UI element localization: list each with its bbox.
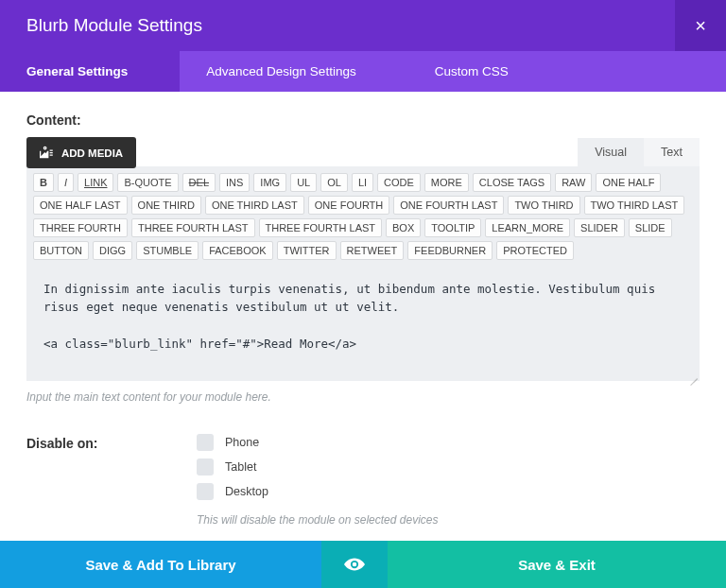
toolbar-button-code[interactable]: CODE [377,173,421,192]
add-media-label: ADD MEDIA [61,147,123,159]
disable-on-label: Disable on: [26,434,197,527]
close-button[interactable]: × [675,0,726,51]
toolbar-button-three-fourth[interactable]: THREE FOURTH [33,218,128,237]
tab-custom-css[interactable]: Custom CSS [408,51,561,92]
toolbar-button-link[interactable]: LINK [78,173,113,192]
editor-text-line: In dignissim ante iaculis turpis venenat… [43,280,683,317]
toolbar-button-slider[interactable]: SLIDER [574,218,625,237]
toolbar-button-b-quote[interactable]: B-QUOTE [117,173,178,192]
disable-option-tablet: Tablet [197,458,438,476]
modal-title: Blurb Module Settings [0,15,675,36]
resize-handle[interactable] [688,370,698,379]
content-label: Content: [26,112,700,128]
modal-body: Content: ADD MEDIA Visual Text BILINKB-Q… [0,92,726,534]
toolbar-button-protected[interactable]: PROTECTED [496,241,574,260]
toolbar-button-i[interactable]: I [58,173,74,192]
toolbar-button-more[interactable]: MORE [424,173,469,192]
toolbar-button-retweet[interactable]: RETWEET [340,241,405,260]
toolbar-button-li[interactable]: LI [352,173,373,192]
tab-general-settings[interactable]: General Settings [0,51,180,92]
toolbar-button-del[interactable]: DEL [182,173,216,192]
toolbar-button-one-fourth-last[interactable]: ONE FOURTH LAST [393,196,504,215]
save-and-exit-button[interactable]: Save & Exit [388,541,726,588]
disable-option-desktop: Desktop [197,483,438,500]
view-tab-text[interactable]: Text [644,138,700,166]
add-media-button[interactable]: ADD MEDIA [26,137,136,168]
toolbar-button-one-third-last[interactable]: ONE THIRD LAST [205,196,304,215]
modal-footer: Save & Add To Library Save & Exit [0,541,726,588]
modal-header: Blurb Module Settings × [0,0,726,51]
toolbar-button-feedburner[interactable]: FEEDBURNER [407,241,493,260]
toolbar-button-learn-more[interactable]: LEARN_MORE [485,218,570,237]
disable-option-phone: Phone [197,434,438,451]
checkbox-label: Desktop [225,485,268,498]
toolbar-button-facebook[interactable]: FACEBOOK [202,241,273,260]
toolbar-button-box[interactable]: BOX [386,218,421,237]
checkbox-phone[interactable] [197,434,214,451]
close-icon: × [695,15,706,37]
disable-on-hint: This will disable the module on selected… [197,513,438,527]
toolbar-button-two-third[interactable]: TWO THIRD [508,196,579,215]
content-textarea[interactable]: In dignissim ante iaculis turpis venenat… [26,263,700,381]
preview-button[interactable] [321,541,388,588]
toolbar-button-twitter[interactable]: TWITTER [277,241,337,260]
settings-tabs: General Settings Advanced Design Setting… [0,51,726,92]
toolbar-button-tooltip[interactable]: TOOLTIP [424,218,481,237]
eye-icon [344,554,365,575]
toolbar-button-b[interactable]: B [33,173,54,192]
checkbox-tablet[interactable] [197,458,214,476]
toolbar-button-one-half-last[interactable]: ONE HALF LAST [33,196,128,215]
content-hint: Input the main text content for your mod… [26,390,700,404]
toolbar-button-button[interactable]: BUTTON [33,241,89,260]
toolbar-button-slide[interactable]: SLIDE [629,218,672,237]
add-media-icon [40,146,54,160]
checkbox-label: Tablet [225,460,256,474]
toolbar-button-one-third[interactable]: ONE THIRD [131,196,201,215]
checkbox-label: Phone [225,436,259,449]
toolbar-button-two-third-last[interactable]: TWO THIRD LAST [584,196,685,215]
toolbar-button-one-fourth[interactable]: ONE FOURTH [308,196,390,215]
toolbar-button-three-fourth-last[interactable]: THREE FOURTH LAST [259,218,383,237]
toolbar-button-three-fourth-last[interactable]: THREE FOURTH LAST [131,218,255,237]
toolbar-button-raw[interactable]: RAW [555,173,592,192]
toolbar-button-ul[interactable]: UL [290,173,317,192]
disable-on-block: Disable on: Phone Tablet Desktop This wi… [26,434,700,527]
editor-text-line: <a class="blurb_link" href="#">Read More… [43,335,683,353]
toolbar-button-one-half[interactable]: ONE HALF [596,173,661,192]
toolbar-button-ins[interactable]: INS [219,173,250,192]
toolbar-button-ol[interactable]: OL [320,173,348,192]
editor-toolbar: BILINKB-QUOTEDELINSIMGULOLLICODEMORECLOS… [26,166,700,263]
tab-advanced-design-settings[interactable]: Advanced Design Settings [180,51,407,92]
view-tab-visual[interactable]: Visual [578,138,644,166]
editor-wrap: Visual Text BILINKB-QUOTEDELINSIMGULOLLI… [26,138,700,381]
toolbar-button-close-tags[interactable]: CLOSE TAGS [473,173,551,192]
checkbox-desktop[interactable] [197,483,214,500]
toolbar-button-stumble[interactable]: STUMBLE [136,241,199,260]
toolbar-button-img[interactable]: IMG [253,173,286,192]
toolbar-button-digg[interactable]: DIGG [93,241,132,260]
save-add-to-library-button[interactable]: Save & Add To Library [0,541,321,588]
disable-on-options: Phone Tablet Desktop This will disable t… [197,434,438,527]
